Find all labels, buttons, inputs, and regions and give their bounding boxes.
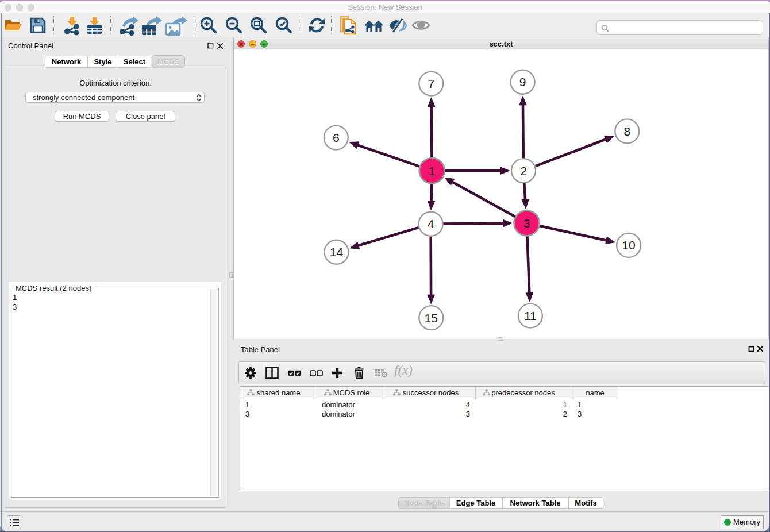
svg-text:2: 2	[520, 164, 527, 178]
svg-text:1: 1	[429, 164, 436, 178]
svg-text:7: 7	[428, 77, 434, 90]
svg-text:9: 9	[519, 75, 526, 88]
svg-text:14: 14	[330, 245, 344, 259]
svg-text:6: 6	[333, 131, 340, 144]
svg-text:15: 15	[425, 311, 438, 325]
svg-text:10: 10	[622, 238, 635, 252]
svg-text:8: 8	[623, 125, 630, 138]
svg-text:11: 11	[524, 309, 537, 322]
svg-text:3: 3	[523, 217, 530, 230]
svg-text:4: 4	[428, 217, 434, 230]
